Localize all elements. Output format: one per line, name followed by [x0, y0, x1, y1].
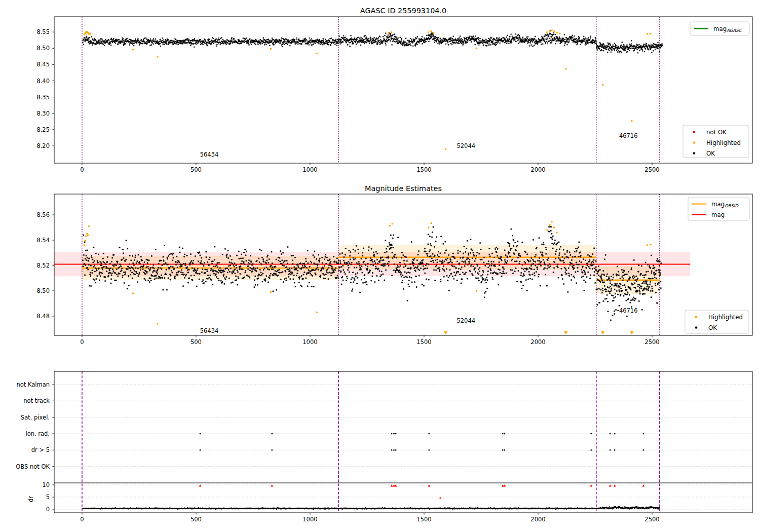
clip-low-markers	[444, 331, 633, 335]
y-tick-label: 8.55	[36, 28, 50, 35]
chart-title: AGASC ID 255993104.0	[360, 7, 446, 15]
y-tick-label: 8.56	[36, 211, 50, 218]
not-ok-outlier	[439, 497, 441, 499]
y-tick-label: 8.20	[36, 142, 50, 149]
y-tick-label: 8.50	[36, 45, 50, 52]
below-range-marker	[601, 331, 604, 335]
x-tick-label: 0	[80, 516, 84, 523]
flag-event-points	[200, 433, 644, 451]
dr-axis-label: dr	[27, 496, 34, 502]
not-ok-marker	[642, 484, 644, 486]
x-tick-label: 2500	[644, 166, 659, 173]
x-tick-label: 2000	[530, 166, 545, 173]
highlighted-points	[84, 29, 652, 150]
label-text: not OK	[706, 129, 727, 136]
x-axis-2: 05001000150020002500	[80, 513, 659, 523]
flag-row-label: Ion. rad.	[25, 430, 50, 437]
not-ok-marker	[391, 484, 393, 486]
dr-tick-label: 0	[46, 506, 50, 513]
not-ok-marker	[428, 484, 430, 486]
below-range-marker	[564, 331, 567, 335]
label-text: OK	[706, 150, 715, 157]
x-tick-label: 1000	[302, 166, 317, 173]
label-text: Highlighted	[708, 314, 743, 321]
x-tick-label: 1500	[416, 166, 431, 173]
legend-sample-dot	[693, 152, 696, 155]
y-tick-label: 8.50	[36, 287, 50, 294]
dr-tick-label: 5	[46, 493, 50, 501]
title-0: AGASC ID 255993104.0	[360, 7, 446, 15]
not-ok-marker	[590, 484, 592, 486]
axes-0	[54, 17, 752, 163]
legend-sample-dot	[693, 131, 696, 133]
axes-2	[54, 371, 752, 513]
y-tick-label: 8.52	[36, 262, 50, 269]
y-tick-label: 8.35	[36, 94, 50, 101]
below-range-marker	[444, 331, 447, 335]
obsid-label: 52044	[457, 142, 475, 149]
ok-points	[338, 30, 597, 47]
x-tick-label: 2000	[530, 338, 545, 346]
legend-sample-dot	[695, 326, 698, 329]
x-tick-label: 1000	[302, 516, 317, 523]
label-text: OK	[708, 324, 717, 331]
x-axis-0: 05001000150020002500	[80, 163, 659, 173]
legend-sample-dot	[695, 316, 698, 318]
legend-mag-agasc: magAGASC	[690, 22, 749, 35]
red-dr-points	[199, 484, 645, 499]
obsid-label: 46716	[619, 132, 638, 139]
obsid-label: 56434	[200, 151, 219, 158]
y-tick-label: 8.30	[36, 110, 50, 117]
flag-row-label: dr > 5	[31, 446, 50, 453]
x-tick-label: 1500	[416, 516, 431, 523]
flag-y-axis: not Kalmannot trackSat. pixel.Ion. rad.d…	[16, 381, 54, 513]
ok-points	[82, 35, 339, 48]
obsid-annotations-0: 564345204446716	[200, 132, 638, 158]
label-text: Highlighted	[706, 139, 741, 146]
magnitude-estimates-figure: 050010001500200025008.208.258.308.358.40…	[0, 0, 760, 532]
x-tick-label: 0	[80, 338, 84, 346]
y-axis-0: 8.208.258.308.358.408.458.508.55	[36, 28, 54, 149]
x-tick-label: 500	[191, 338, 202, 346]
x-tick-label: 2500	[644, 338, 659, 346]
axes-spines	[54, 17, 752, 163]
x-tick-label: 2500	[644, 516, 659, 523]
obsid-label: 52044	[457, 317, 475, 324]
x-tick-label: 2000	[530, 516, 545, 523]
obsid-label: 56434	[200, 327, 219, 334]
not-ok-marker	[609, 484, 612, 486]
x-tick-label: 1000	[302, 338, 317, 346]
not-ok-marker	[199, 484, 202, 486]
legend-point-types: not OKHighlightedOK	[683, 125, 749, 158]
x-axis-1: 05001000150020002500	[80, 335, 659, 346]
chart-title: Magnitude Estimates	[365, 184, 442, 193]
below-range-marker	[630, 331, 633, 335]
legend-sample-dot	[693, 141, 696, 144]
y-tick-label: 8.54	[36, 237, 50, 244]
x-tick-label: 0	[80, 166, 84, 173]
dr-tick-label: 10	[42, 481, 50, 488]
figure-canvas: 050010001500200025008.208.258.308.358.40…	[0, 0, 760, 532]
obsid-annotations-1: 564345204446716	[200, 307, 638, 334]
axes-spines	[54, 371, 752, 513]
not-ok-marker	[271, 484, 273, 486]
flag-row-label: Sat. pixel.	[21, 414, 50, 421]
y-tick-label: 8.45	[36, 61, 50, 68]
label-text: mag	[711, 211, 725, 218]
y-tick-label: 8.48	[36, 313, 50, 320]
obsid-label: 46716	[619, 307, 638, 314]
y-tick-label: 8.25	[36, 126, 50, 133]
ok-points	[596, 40, 663, 54]
x-tick-label: 500	[191, 516, 202, 523]
x-tick-label: 1500	[416, 338, 431, 346]
legend-mag-lines: magOBSIDmag	[688, 197, 749, 220]
obsid-dividers-2	[82, 371, 660, 513]
y-axis-1: 8.488.508.528.548.56	[36, 211, 54, 320]
legend-point-types: HighlightedOK	[685, 310, 749, 333]
x-tick-label: 500	[191, 166, 202, 173]
flag-row-label: not track	[23, 397, 50, 404]
flag-row-label: not Kalman	[16, 381, 50, 388]
title-1: Magnitude Estimates	[365, 184, 442, 193]
flag-row-label: OBS not OK	[16, 463, 50, 470]
y-tick-label: 8.40	[36, 78, 50, 85]
